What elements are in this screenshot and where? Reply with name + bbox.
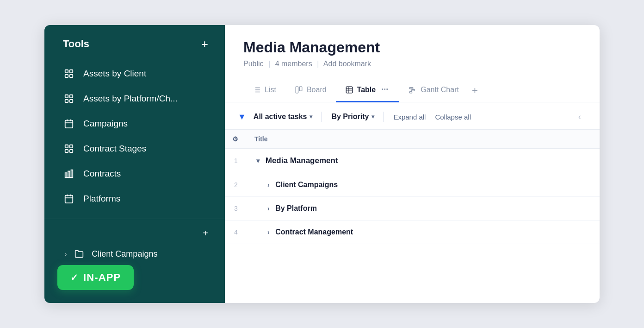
tabs-bar: List Board Table ··· Gantt Chart — [225, 79, 600, 102]
sidebar-section-row: + — [44, 224, 225, 242]
table-row: 1 ▾ Media Management — [225, 149, 600, 173]
tab-add-button[interactable]: + — [468, 85, 482, 97]
sidebar-item-label: Contract Stages — [83, 144, 146, 154]
svg-rect-32 — [346, 87, 353, 93]
grid-icon-3 — [63, 143, 75, 155]
expand-all-button[interactable]: Expand all — [389, 110, 430, 124]
chevron-right-icon-3: › — [267, 228, 270, 236]
sidebar-header: Tools + — [44, 38, 225, 61]
tab-table-label: Table — [357, 86, 376, 94]
filter-label: All active tasks — [254, 113, 307, 121]
svg-rect-20 — [65, 196, 73, 203]
filter-button[interactable]: All active tasks ▾ — [249, 110, 317, 124]
meta-bookmark[interactable]: Add bookmark — [323, 60, 371, 68]
toolbar-right: ‹ — [578, 112, 581, 122]
sidebar: Tools + Assets by Client Assets by Platf… — [44, 25, 225, 303]
grid-icon-2 — [63, 93, 75, 105]
board-icon — [295, 86, 303, 94]
group-caret: ▾ — [372, 114, 374, 120]
calendar-icon-2 — [63, 193, 75, 205]
filter-caret: ▾ — [310, 114, 312, 120]
svg-rect-0 — [65, 70, 68, 73]
meta-members[interactable]: 4 members — [275, 60, 312, 68]
meta-public[interactable]: Public — [243, 60, 264, 68]
tab-list[interactable]: List — [243, 80, 285, 102]
svg-rect-4 — [65, 95, 68, 98]
folder-icon — [73, 248, 85, 260]
sidebar-subitem-label: Client Campaigns — [92, 249, 157, 259]
sidebar-item-label: Contracts — [83, 169, 121, 179]
svg-rect-3 — [70, 75, 73, 77]
row-title[interactable]: ▾ Media Management — [247, 149, 600, 173]
filter-icon: ▼ — [238, 112, 246, 122]
title-header: Title — [247, 130, 600, 149]
sidebar-item-label: Assets by Client — [83, 69, 146, 79]
svg-rect-7 — [70, 100, 73, 102]
in-app-label: IN-APP — [83, 271, 121, 284]
svg-rect-12 — [65, 145, 68, 148]
row-number: 1 — [225, 149, 247, 173]
sidebar-title: Tools — [63, 38, 89, 50]
sidebar-item-assets-by-platform[interactable]: Assets by Platform/Ch... — [44, 86, 225, 111]
sidebar-item-assets-by-client[interactable]: Assets by Client — [44, 61, 225, 86]
sidebar-add-button[interactable]: + — [199, 38, 210, 50]
row-number: 4 — [225, 221, 247, 244]
sidebar-item-label: Assets by Platform/Ch... — [83, 94, 178, 104]
tab-board[interactable]: Board — [285, 80, 336, 102]
sidebar-nav: Assets by Client Assets by Platform/Ch..… — [44, 61, 225, 211]
svg-rect-30 — [296, 87, 298, 93]
svg-rect-36 — [409, 87, 413, 88]
tab-table[interactable]: Table ··· — [336, 79, 400, 102]
toolbar-separator — [322, 112, 322, 122]
svg-rect-1 — [70, 70, 73, 73]
svg-rect-31 — [299, 87, 302, 91]
grid-icon — [63, 68, 75, 80]
group-button[interactable]: By Priority ▾ — [327, 110, 379, 124]
settings-icon: ⚙ — [232, 135, 238, 143]
svg-rect-37 — [412, 89, 415, 91]
page-meta: Public | 4 members | Add bookmark — [243, 60, 581, 68]
group-label: By Priority — [331, 113, 369, 121]
collapse-all-button[interactable]: Collapse all — [430, 110, 476, 124]
svg-rect-17 — [68, 171, 70, 178]
row-number: 3 — [225, 197, 247, 221]
scroll-left-icon[interactable]: ‹ — [578, 112, 581, 122]
svg-rect-2 — [65, 75, 68, 77]
svg-rect-6 — [65, 100, 68, 102]
toolbar-separator-2 — [384, 112, 384, 122]
svg-rect-5 — [70, 95, 73, 98]
tab-gantt[interactable]: Gantt Chart — [399, 80, 468, 102]
chevron-right-icon-2: › — [267, 205, 270, 212]
sidebar-item-campaigns[interactable]: Campaigns — [44, 111, 225, 136]
table-toolbar: ▼ All active tasks ▾ By Priority ▾ Expan… — [225, 102, 600, 130]
tab-board-label: Board — [307, 86, 327, 94]
tab-gantt-label: Gantt Chart — [421, 86, 459, 94]
table-area: ⚙ Title 1 ▾ Media Management — [225, 130, 600, 303]
gantt-icon — [409, 86, 417, 94]
chevron-right-icon: › — [267, 181, 270, 189]
table-row: 4 › Contract Management — [225, 221, 600, 244]
svg-rect-14 — [65, 150, 68, 152]
row-title[interactable]: › By Platform — [247, 197, 600, 221]
table-icon — [345, 86, 353, 94]
table-row: 3 › By Platform — [225, 197, 600, 221]
row-title[interactable]: › Client Campaigns — [247, 173, 600, 197]
calendar-icon — [63, 118, 75, 130]
page-title: Media Management — [243, 39, 581, 56]
sidebar-item-contracts[interactable]: Contracts — [44, 161, 225, 186]
table-row: 2 › Client Campaigns — [225, 173, 600, 197]
svg-rect-18 — [71, 170, 73, 178]
svg-rect-16 — [65, 173, 67, 177]
row-title[interactable]: › Contract Management — [247, 221, 600, 244]
sidebar-item-platforms[interactable]: Platforms — [44, 186, 225, 211]
sidebar-item-contract-stages[interactable]: Contract Stages — [44, 136, 225, 161]
settings-header[interactable]: ⚙ — [225, 130, 247, 149]
sidebar-subitem-client-campaigns[interactable]: › Client Campaigns — [44, 242, 225, 265]
svg-rect-15 — [70, 150, 73, 152]
section-add-button[interactable]: + — [201, 228, 210, 238]
sidebar-section: + › Client Campaigns — [44, 219, 225, 265]
tab-dots[interactable]: ··· — [379, 85, 390, 95]
in-app-badge: ✓ IN-APP — [57, 265, 134, 290]
data-table: ⚙ Title 1 ▾ Media Management — [225, 130, 600, 244]
main-content: Media Management Public | 4 members | Ad… — [225, 25, 600, 303]
